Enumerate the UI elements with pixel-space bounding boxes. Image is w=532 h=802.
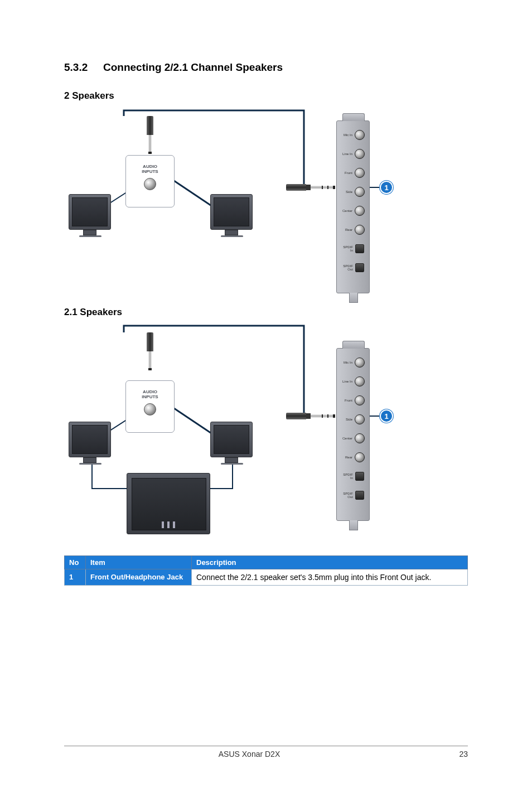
cell-item: Front Out/Headphone Jack bbox=[86, 569, 192, 586]
jack-label: Mic In bbox=[341, 133, 352, 137]
jack-spdif-out bbox=[355, 263, 364, 272]
speaker-left bbox=[69, 194, 113, 239]
jack-label: Front bbox=[341, 171, 352, 175]
audio-plug-vertical bbox=[147, 332, 153, 370]
subwoofer bbox=[127, 473, 210, 534]
diagram-2speakers-title: 2 Speakers bbox=[64, 90, 468, 102]
audio-inputs-module: AUDIO INPUTS bbox=[125, 380, 175, 433]
connection-table: No Item Description 1 Front Out/Headphon… bbox=[64, 555, 468, 586]
diagram-21speakers: Mic In Line In Front Side Center Rear SP… bbox=[64, 321, 468, 539]
jack-center bbox=[355, 206, 365, 216]
jack-label: Mic In bbox=[341, 361, 352, 364]
cell-desc: Connect the 2/2.1 speaker set's 3.5mm pl… bbox=[192, 569, 468, 586]
jack-mic-in bbox=[355, 357, 365, 368]
jack-label: SPDIF Out bbox=[342, 264, 353, 271]
jack-line-in bbox=[355, 376, 365, 386]
diagram-2speakers: Mic In Line In Front Side Center Rear SP… bbox=[64, 105, 468, 294]
callout-marker-1: 1 bbox=[380, 181, 393, 194]
jack-label: SPDIF In bbox=[342, 245, 353, 252]
speaker-right bbox=[210, 194, 255, 239]
table-row: 1 Front Out/Headphone Jack Connect the 2… bbox=[65, 569, 468, 586]
section-heading: 5.3.2 Connecting 2/2.1 Channel Speakers bbox=[64, 61, 468, 74]
speaker-left bbox=[69, 422, 113, 466]
speaker-right bbox=[210, 422, 255, 466]
jack-label: Center bbox=[341, 209, 352, 212]
jack-label: Side bbox=[341, 190, 352, 194]
callout-marker-1: 1 bbox=[380, 409, 393, 423]
audio-inputs-port bbox=[144, 403, 156, 416]
diagram-21speakers-title: 2.1 Speakers bbox=[64, 307, 468, 318]
jack-line-in bbox=[355, 149, 365, 159]
audio-plug bbox=[286, 184, 335, 191]
jack-rear bbox=[355, 225, 365, 235]
audio-inputs-label: AUDIO INPUTS bbox=[126, 165, 174, 175]
jack-spdif-in bbox=[355, 244, 364, 253]
io-bracket: Mic In Line In Front Side Center Rear SP… bbox=[336, 120, 370, 293]
cell-no: 1 bbox=[65, 569, 86, 586]
section-number: 5.3.2 bbox=[64, 61, 103, 74]
audio-plug-vertical bbox=[147, 116, 153, 154]
jack-front bbox=[355, 168, 365, 178]
section-title-text: Connecting 2/2.1 Channel Speakers bbox=[103, 61, 283, 74]
page-footer: ASUS Xonar D2X 23 bbox=[64, 746, 468, 758]
jack-label: SPDIF Out bbox=[342, 492, 353, 499]
footer-pagenum: 23 bbox=[434, 750, 468, 758]
th-no: No bbox=[65, 556, 86, 569]
jack-front bbox=[355, 395, 365, 405]
jack-label: Rear bbox=[341, 456, 352, 459]
th-desc: Description bbox=[192, 556, 468, 569]
jack-label: Center bbox=[341, 437, 352, 440]
jack-label: Side bbox=[341, 418, 352, 421]
jack-label: Line In bbox=[341, 380, 352, 383]
jack-label: SPDIF In bbox=[342, 473, 353, 480]
jack-rear bbox=[355, 452, 365, 462]
jack-label: Front bbox=[341, 399, 352, 402]
th-item: Item bbox=[86, 556, 192, 569]
audio-inputs-port bbox=[144, 178, 156, 190]
audio-plug bbox=[286, 413, 335, 419]
audio-inputs-label: AUDIO INPUTS bbox=[126, 390, 174, 400]
io-bracket: Mic In Line In Front Side Center Rear SP… bbox=[336, 348, 370, 521]
footer-product: ASUS Xonar D2X bbox=[64, 750, 434, 758]
jack-spdif-out bbox=[355, 491, 364, 500]
audio-inputs-module: AUDIO INPUTS bbox=[125, 155, 175, 207]
jack-mic-in bbox=[355, 130, 365, 140]
jack-spdif-in bbox=[355, 472, 364, 481]
jack-side bbox=[355, 414, 365, 424]
jack-label: Rear bbox=[341, 228, 352, 231]
jack-side bbox=[355, 187, 365, 197]
jack-label: Line In bbox=[341, 152, 352, 156]
jack-center bbox=[355, 433, 365, 443]
